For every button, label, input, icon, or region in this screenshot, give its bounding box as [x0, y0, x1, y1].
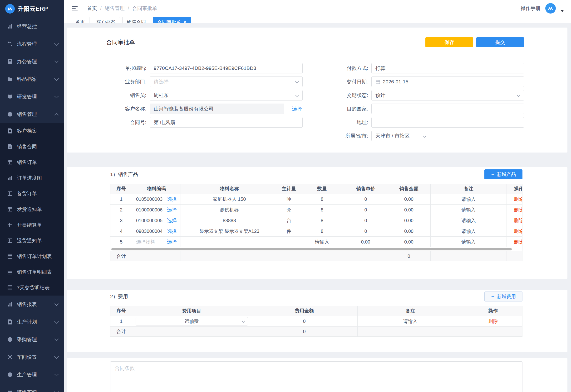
add-product-button[interactable]: 新增产品 [484, 169, 523, 179]
sidebar-item-sales-order-detail[interactable]: 销售订单明细表 [0, 264, 64, 280]
address-input[interactable] [371, 117, 524, 127]
tab-contract-approval[interactable]: 合同审批单 [153, 17, 191, 23]
sidebar-item-sales-order[interactable]: 销售订单 [0, 154, 64, 170]
dest-country-input[interactable] [371, 104, 524, 114]
payment-label: 付款方式: [303, 65, 371, 71]
app-logo-text: 升阳云ERP [18, 5, 48, 13]
fees-total-row: 合计 0 [110, 327, 522, 336]
sidebar-item-process-mgmt[interactable]: 流程管理 [0, 35, 64, 53]
sidebar-item-rd-mgmt[interactable]: 研发管理 [0, 88, 64, 105]
delete-row-link[interactable]: 删除 [514, 239, 523, 245]
delivery-status-select[interactable]: 预计 [371, 90, 524, 100]
select-material-link[interactable]: 选择 [167, 228, 177, 235]
sidebar-item-stock-order[interactable]: 备货订单 [0, 186, 64, 201]
select-material-link[interactable]: 选择 [167, 196, 177, 202]
sidebar-item-production-mgmt[interactable]: 生产管理 [0, 366, 64, 383]
doc-code-label: 单据编码: [106, 65, 150, 71]
cell-material-name: 显示器支架 显示器支架A123 [181, 226, 278, 237]
doc-code-input[interactable]: 9770CA17-3497-4DB2-995E-B49E9CF61BD8 [150, 63, 303, 73]
close-icon[interactable] [183, 20, 187, 23]
total-amount: 0 [387, 251, 431, 261]
manual-link[interactable]: 操作手册 [521, 5, 541, 12]
add-fee-button[interactable]: 新增费用 [484, 292, 523, 301]
cell-note[interactable]: 请输入 [358, 316, 463, 327]
province-cascader[interactable]: 天津市 / 市辖区 [371, 131, 430, 141]
contract-no-input[interactable]: 第 电风扇 [150, 117, 303, 127]
sidebar-item-invoice-settlement[interactable]: 开票结算单 [0, 217, 64, 233]
material-code-placeholder: 选择物料 [136, 239, 155, 245]
scrollbar-thumb[interactable] [111, 248, 512, 251]
cell-note[interactable]: 请输入 [431, 205, 507, 215]
sidebar-item-return-notice[interactable]: 退货通知单 [0, 233, 64, 249]
submit-button[interactable]: 提交 [476, 37, 524, 47]
avatar[interactable] [545, 3, 556, 14]
sidebar-item-sales-order-plan[interactable]: 销售订单计划表 [0, 249, 64, 264]
payment-value: 打算 [376, 65, 385, 71]
cell-price[interactable]: 0 [344, 205, 387, 215]
sidebar-item-workshop-settings[interactable]: 车间设置 [0, 348, 64, 366]
contract-terms-textarea[interactable]: 合同条款 [110, 361, 523, 392]
delivery-date-input[interactable]: 2026-01-15 [371, 76, 524, 87]
plus-icon [491, 294, 495, 298]
tab-home[interactable]: 首页 [71, 17, 90, 23]
cell-qty[interactable]: 请输入 [300, 237, 344, 247]
chevron-down-icon [54, 372, 59, 376]
cell-price[interactable]: 0 [344, 215, 387, 226]
sidebar-item-team-workshop[interactable]: 班组车间 [0, 383, 64, 392]
sidebar-item-material-archive[interactable]: 料品档案 [0, 70, 64, 88]
payment-input[interactable]: 打算 [371, 63, 524, 73]
table-row: 1 运输费 0 请输入 删除 [110, 316, 522, 327]
cell-qty[interactable]: 8 [300, 194, 344, 205]
table-row: 1 0105000003 选择 家庭机器人 150 吨 8 0 0.00 请输入… [110, 194, 523, 205]
tab-sales-contract[interactable]: 销售合同 [122, 17, 150, 23]
cell-note[interactable]: 请输入 [431, 215, 507, 226]
caret-down-icon[interactable] [560, 10, 564, 12]
cell-material-code: 0105000003 选择 [132, 194, 181, 205]
chevron-down-icon [54, 76, 59, 81]
tab-label: 销售合同 [127, 19, 146, 23]
delete-row-link[interactable]: 删除 [488, 318, 498, 324]
breadcrumb-sales-mgmt[interactable]: 销售管理 [105, 5, 125, 12]
salesman-select[interactable]: 周桂东 [150, 90, 303, 100]
table-row: 2 0100000006 选择 测试机器 套 8 0 0.00 请输入 删除 [110, 205, 523, 215]
delete-row-link[interactable]: 删除 [514, 228, 523, 235]
cell-qty[interactable]: 8 [300, 215, 344, 226]
sidebar-item-order-progress[interactable]: 订单进度图 [0, 170, 64, 186]
sidebar-item-production-plan[interactable]: 生产计划 [0, 313, 64, 331]
sidebar-item-shipping-notice[interactable]: 发货通知单 [0, 201, 64, 217]
select-material-link[interactable]: 选择 [167, 217, 177, 224]
sidebar-item-sales-mgmt[interactable]: 销售管理 [0, 105, 64, 123]
sidebar-item-sales-contract[interactable]: 销售合同 [0, 139, 64, 154]
sidebar-item-office-mgmt[interactable]: 办公管理 [0, 53, 64, 70]
fee-item-select[interactable]: 运输费 [135, 317, 248, 325]
sidebar-item-business-overview[interactable]: 经营总控 [0, 18, 64, 35]
select-material-link[interactable]: 选择 [167, 238, 177, 245]
sidebar-item-sales-report[interactable]: 销售报表 [0, 295, 64, 313]
cell-price[interactable]: 0 [344, 194, 387, 205]
delete-row-link[interactable]: 删除 [514, 196, 523, 202]
customer-select-link[interactable]: 选择 [292, 105, 302, 112]
office-icon [7, 59, 13, 64]
dept-select[interactable]: 请选择 [150, 76, 303, 87]
cell-note[interactable]: 请输入 [431, 194, 507, 205]
add-fee-label: 新增费用 [497, 294, 516, 300]
tab-customer-archive[interactable]: 客户档案 [92, 17, 120, 23]
collapse-menu-icon[interactable] [71, 5, 78, 11]
sidebar-item-customer-archive[interactable]: 客户档案 [0, 123, 64, 139]
cell-fee-amount[interactable]: 0 [251, 316, 358, 327]
col-index: 序号 [110, 306, 132, 316]
sidebar-item-purchase-mgmt[interactable]: 采购管理 [0, 331, 64, 348]
cell-qty[interactable]: 8 [300, 226, 344, 237]
cell-price[interactable]: 0 [344, 226, 387, 237]
sidebar-item-7day-delivery-detail[interactable]: 7天交货明细表 [0, 280, 64, 295]
save-button[interactable]: 保存 [425, 37, 473, 47]
cell-qty[interactable]: 8 [300, 205, 344, 215]
breadcrumb-home[interactable]: 首页 [87, 5, 97, 12]
col-action: 操作 [463, 306, 523, 316]
delete-row-link[interactable]: 删除 [514, 207, 523, 213]
cell-note[interactable]: 请输入 [431, 237, 507, 247]
delete-row-link[interactable]: 删除 [514, 217, 523, 224]
cell-note[interactable]: 请输入 [431, 226, 507, 237]
cell-price[interactable]: 0.00 [344, 237, 387, 247]
select-material-link[interactable]: 选择 [167, 207, 177, 213]
